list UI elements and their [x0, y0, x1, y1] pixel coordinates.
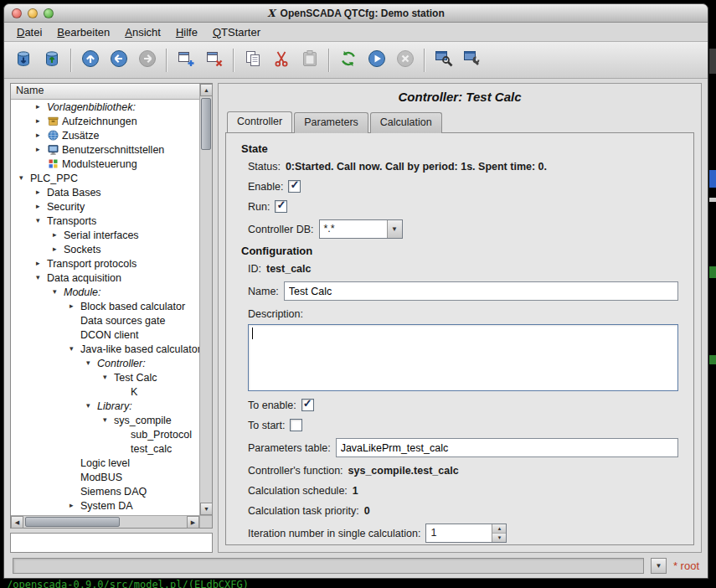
tree-item[interactable]: ▸Benutzerschnittstellen — [11, 142, 199, 157]
vertical-scrollbar[interactable]: ▲ ▼ — [199, 84, 212, 515]
tree-expander-icon[interactable]: ▸ — [36, 260, 47, 267]
tree-expander-icon[interactable]: ▾ — [86, 359, 97, 367]
status-field[interactable] — [13, 558, 644, 574]
menu-item-qtstarter[interactable]: QTStarter — [205, 24, 268, 40]
menu-item-bearbeiten[interactable]: Bearbeiten — [49, 24, 117, 40]
tree-item[interactable]: ▾Controller: — [11, 356, 199, 370]
run-checkbox[interactable] — [275, 200, 287, 213]
tree-item[interactable]: ▾Test Calc — [11, 370, 199, 384]
tree-item[interactable]: Modulsteuerung — [11, 157, 199, 171]
tree-expander-icon[interactable]: ▸ — [36, 132, 47, 139]
vertical-scroll-thumb[interactable] — [201, 98, 211, 150]
tree-item[interactable]: ▾sys_compile — [11, 413, 199, 427]
spin-down-icon[interactable]: ▼ — [492, 534, 506, 542]
tree-item[interactable]: ▸Serial interfaces — [11, 228, 199, 242]
enable-checkbox[interactable] — [288, 180, 301, 193]
status-dropdown-button[interactable]: ▼ — [651, 558, 667, 574]
parameters-table-field[interactable] — [336, 438, 678, 457]
save-to-db-button[interactable] — [38, 46, 66, 75]
spin-up-icon[interactable]: ▲ — [492, 524, 506, 534]
delete-item-button[interactable] — [200, 46, 229, 75]
tree-expander-icon[interactable]: ▸ — [36, 103, 47, 111]
tree-item[interactable]: ▾Transports — [11, 214, 199, 228]
tree-item[interactable]: ▸Aufzeichnungen — [11, 114, 199, 128]
name-field[interactable] — [284, 281, 678, 301]
refresh-button[interactable] — [334, 46, 363, 75]
tree-item[interactable]: ▸Transport protocols — [11, 256, 199, 271]
tree-expander-icon[interactable]: ▾ — [70, 345, 80, 353]
menu-item-hilfe[interactable]: Hilfe — [168, 24, 205, 40]
horizontal-scroll-track[interactable] — [23, 516, 187, 528]
add-item-button[interactable] — [172, 46, 200, 75]
tree-item[interactable]: ▾Module: — [11, 285, 199, 299]
tree-expander-icon[interactable]: ▾ — [36, 274, 47, 281]
tree-item[interactable]: ▸Security — [11, 199, 199, 214]
tree-item[interactable]: DCON client — [11, 328, 199, 342]
scroll-left-button[interactable]: ◀ — [11, 516, 23, 529]
tree-item[interactable]: ▸System DA — [11, 498, 199, 513]
tree-item[interactable]: ▸Sockets — [11, 242, 199, 256]
tree-item[interactable]: ▸Zusätze — [11, 128, 199, 142]
tree-item[interactable]: ▾PLC_PPC — [11, 171, 199, 185]
tree-expander-icon[interactable]: ▾ — [86, 402, 97, 410]
tree-item[interactable]: Logic level — [11, 456, 199, 470]
tree-expander-icon[interactable]: ▸ — [36, 188, 47, 196]
tree-expander-icon[interactable]: ▾ — [53, 288, 64, 296]
tree-expander-icon[interactable]: ▸ — [70, 302, 80, 310]
tree-item[interactable]: ▾Library: — [11, 399, 199, 413]
to-start-checkbox[interactable] — [290, 419, 302, 431]
minimize-button[interactable] — [28, 8, 38, 18]
tree-expander-icon[interactable]: ▸ — [53, 231, 64, 239]
tree-expander-icon[interactable]: ▾ — [103, 416, 114, 424]
tab-parameters[interactable]: Parameters — [294, 112, 368, 133]
tree-item[interactable]: K — [11, 384, 199, 399]
scroll-right-button[interactable]: ▶ — [187, 516, 199, 529]
tree-item[interactable]: ▾Data acquisition — [11, 271, 199, 285]
tree-item[interactable]: Data sources gate — [11, 313, 199, 328]
tree-expander-icon[interactable]: ▸ — [36, 203, 47, 210]
copy-button[interactable] — [239, 46, 267, 75]
tree-item[interactable]: ▸Data Bases — [11, 185, 199, 199]
tree-item[interactable]: sub_Protocol — [11, 427, 199, 441]
horizontal-scroll-thumb[interactable] — [25, 517, 120, 527]
tab-controller[interactable]: Controller — [227, 111, 292, 132]
tree-expander-icon[interactable]: ▸ — [53, 245, 64, 253]
load-from-db-button[interactable] — [9, 46, 38, 75]
tree-expander-icon[interactable]: ▾ — [103, 374, 114, 381]
scroll-down-button[interactable]: ▼ — [200, 503, 213, 515]
tree-item[interactable]: ▾Java-like based calculator — [11, 342, 199, 356]
controller-db-select[interactable]: *.* ▼ — [319, 219, 403, 239]
chevron-down-icon[interactable]: ▼ — [387, 220, 402, 238]
previous-button[interactable] — [105, 46, 133, 75]
vertical-scroll-track[interactable] — [200, 96, 212, 503]
to-enable-checkbox[interactable] — [301, 399, 314, 411]
scroll-up-button[interactable]: ▲ — [200, 84, 213, 96]
menu-item-ansicht[interactable]: Ansicht — [117, 24, 168, 40]
tree-expander-icon[interactable]: ▸ — [36, 146, 47, 153]
up-button[interactable] — [76, 46, 105, 75]
tree-expander-icon[interactable]: ▾ — [19, 174, 30, 182]
description-field[interactable] — [248, 324, 678, 391]
state-group-label: State — [241, 142, 678, 155]
titlebar[interactable]: XOpenSCADA QTCfg: Demo station — [4, 4, 708, 23]
tree-item[interactable]: Siemens DAQ — [11, 484, 199, 498]
tool-config-button[interactable] — [458, 46, 487, 75]
zoom-button[interactable] — [44, 8, 54, 18]
horizontal-scrollbar[interactable]: ◀ ▶ — [11, 515, 199, 528]
tree-bottom-input[interactable] — [10, 533, 213, 553]
cut-button[interactable] — [267, 46, 296, 75]
iteration-number-stepper[interactable]: 1 ▲ ▼ — [425, 524, 507, 543]
tree-item[interactable]: test_calc — [11, 441, 199, 456]
tree-expander-icon[interactable]: ▸ — [36, 117, 47, 125]
tree-item[interactable]: ▸Vorlagenbibliothek: — [11, 100, 199, 114]
tool-window-button[interactable] — [430, 46, 458, 75]
tree-item[interactable]: ModBUS — [11, 470, 199, 484]
tree-column-header[interactable]: Name — [11, 84, 199, 100]
menu-item-datei[interactable]: Datei — [9, 24, 49, 40]
tree-expander-icon[interactable]: ▸ — [70, 502, 80, 509]
tree-expander-icon[interactable]: ▾ — [36, 217, 47, 224]
start-button[interactable] — [363, 46, 391, 75]
tab-calculation[interactable]: Calculation — [370, 112, 442, 133]
close-button[interactable] — [12, 8, 22, 18]
tree-item[interactable]: ▸Block based calculator — [11, 299, 199, 313]
